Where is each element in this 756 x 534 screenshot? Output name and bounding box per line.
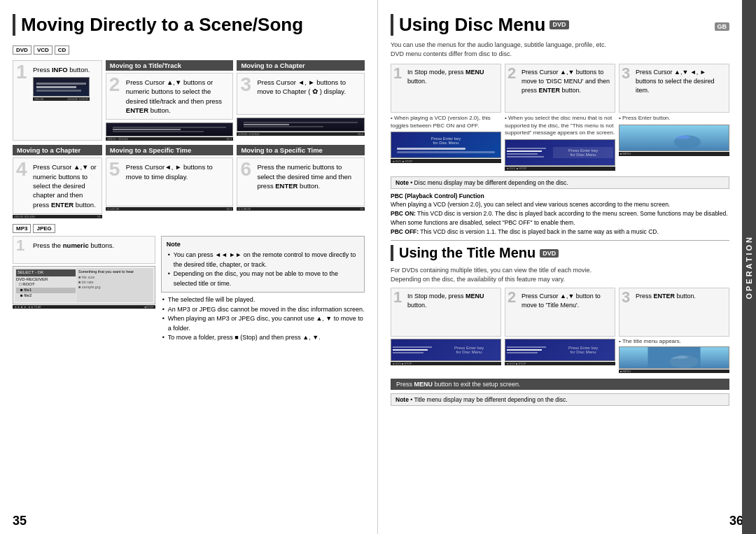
- title-step2-screen: Press Enter keyfor Disc Menu: [505, 339, 615, 361]
- mp3-bullets: The selected file will be played. An MP3…: [161, 295, 365, 343]
- step1-num: 1: [16, 62, 27, 82]
- step3-screen: [237, 118, 365, 132]
- step3-content: Press Cursor ◄, ► buttons to move to Cha…: [257, 78, 360, 97]
- title-menu-section: Using the Title Menu DVD For DVDs contai…: [391, 240, 729, 406]
- left-page-title: Moving Directly to a Scene/Song: [13, 14, 365, 36]
- bullet-3: When playing an MP3 or JPEG disc, you ca…: [162, 314, 365, 333]
- note-item-1: You can press ◄◄ ►► on the remote contro…: [168, 251, 359, 269]
- tag-dvd: DVD: [13, 45, 31, 55]
- tag-cd: CD: [55, 45, 70, 55]
- title-note-box: Note • Title menu display may be differe…: [391, 393, 729, 406]
- specific-time-section: Moving to a Specific Time 5 Press Cursor…: [106, 145, 234, 218]
- disc-menu-intro: You can use the menus for the audio lang…: [391, 41, 729, 58]
- step3-num: 3: [240, 75, 251, 94]
- step3-box: 3 Press Cursor ◄, ► buttons to move to C…: [237, 73, 365, 115]
- disc-step2-note: • When you select the disc menu that is …: [505, 115, 615, 136]
- dvd-tags: DVD VCD CD: [13, 45, 365, 55]
- note-label-main: Note: [396, 179, 409, 186]
- step2-content: Press Cursor ▲,▼ buttons or numeric butt…: [126, 78, 229, 115]
- note-item-2: Depending on the disc, you may not be ab…: [168, 269, 359, 288]
- disc-step2-box: 2 Press Cursor ▲,▼ buttons to move to 'D…: [505, 64, 615, 113]
- operation-sidebar: OPERATION: [742, 0, 756, 534]
- mp3-step-content: Press the numeric buttons.: [33, 241, 150, 250]
- step2-box: 2 Press Cursor ▲,▼ buttons or numeric bu…: [106, 73, 234, 120]
- disc-step1-note: • When playing a VCD (version 2.0), this…: [391, 115, 501, 129]
- specific-time-section2: Moving to a Specific Time 6 Press the nu…: [237, 145, 365, 218]
- tag-vcd: VCD: [34, 45, 52, 55]
- moving-specific-time-header2: Moving to a Specific Time: [237, 145, 365, 155]
- mp3-tags: MP3 JPEG: [13, 224, 365, 233]
- title-step2: 2 Press Cursor ▲,▼ button to move to 'Ti…: [505, 288, 615, 373]
- step5-box: 5 Press Cursor◄, ► buttons to move to ti…: [106, 157, 234, 206]
- title-note-text: • Title menu display may be different de…: [410, 396, 567, 403]
- moving-chapter-header-bottom: Moving to a Chapter: [13, 145, 102, 155]
- note-label-bottom: Note: [396, 396, 409, 403]
- pbc-title: PBC (Playback Control) Function: [391, 192, 729, 201]
- title-step1-box: 1 In Stop mode, press MENU button.: [391, 288, 501, 337]
- pbc-section: PBC (Playback Control) Function When pla…: [391, 192, 729, 237]
- moving-title-header: Moving to a Title/Track: [106, 60, 234, 71]
- operation-label: OPERATION: [745, 235, 753, 300]
- disc-step3-num: 3: [622, 66, 630, 81]
- moving-chapter-header-top: Moving to a Chapter: [237, 60, 365, 71]
- step1-box: 1 Press INFO button. ⊙01:08 ⊙01/040 5:03…: [13, 60, 102, 141]
- title-menu-heading: Using the Title Menu DVD: [391, 245, 559, 261]
- mp3-step1: 1 Press the numeric buttons. SELECT - OK…: [13, 236, 155, 343]
- disc-step1-num: 1: [393, 66, 402, 81]
- mp3-note-and-bullets: Note You can press ◄◄ ►► on the remote c…: [161, 236, 365, 343]
- disc-step1-screen: Press Enter keyfor Disc Menu: [391, 132, 501, 158]
- page-number-left: 35: [13, 514, 27, 528]
- gb-badge: GB: [715, 22, 730, 31]
- press-menu-bar: Press MENU button to exit the setup scre…: [391, 379, 729, 390]
- note-box: Note You can press ◄◄ ►► on the remote c…: [161, 236, 365, 293]
- bullet-1: The selected file will be played.: [162, 295, 365, 305]
- mp3-jpeg-section: MP3 JPEG 1 Press the numeric buttons. SE…: [13, 224, 365, 343]
- note-list: You can press ◄◄ ►► on the remote contro…: [167, 251, 359, 288]
- moving-specific-time-header: Moving to a Specific Time: [106, 145, 234, 155]
- step5-content: Press Cursor◄, ► buttons to move to time…: [126, 162, 229, 181]
- step2-screen: [106, 122, 234, 136]
- disc-note-text: • Disc menu display may be different dep…: [410, 179, 568, 186]
- title-step2-num: 2: [507, 290, 516, 305]
- page-number-right: 36: [729, 514, 743, 528]
- step4-num: 4: [16, 160, 27, 179]
- tag-jpeg: JPEG: [33, 224, 55, 233]
- title-track-section: Moving to a Title/Track 2 Press Cursor ▲…: [106, 60, 234, 141]
- pbc-intro: When playing a VCD (version 2.0), you ca…: [391, 200, 729, 209]
- right-page: Using Disc Menu DVD GB You can use the m…: [378, 0, 756, 534]
- dvd-badge: DVD: [550, 20, 568, 29]
- step6-num: 6: [240, 160, 251, 179]
- mp3-step1-box: 1 Press the numeric buttons.: [13, 236, 155, 264]
- title-step3-num: 3: [622, 290, 630, 305]
- title-menu-badge: DVD: [540, 249, 559, 258]
- file-browser-screen: SELECT - OK DVD-RECEIVER □ ROOT ■ file1 …: [13, 266, 155, 304]
- pbc-on: PBC ON: This VCD disc is version 2.0. Th…: [391, 209, 729, 227]
- disc-menu-steps: 1 In Stop mode, press MENU button. • Whe…: [391, 64, 729, 170]
- pbc-off: PBC OFF: This VCD disc is version 1.1. T…: [391, 227, 729, 237]
- bullet-2: An MP3 or JPEG disc cannot be moved in t…: [162, 305, 365, 315]
- chapter-section-bottom: Moving to a Chapter 4 Press Cursor ▲,▼ o…: [13, 145, 102, 218]
- disc-step3-box: 3 Press Cursor ▲,▼ ◄, ► buttons to selec…: [619, 64, 729, 113]
- tag-mp3: MP3: [13, 224, 31, 233]
- step4-content: Press Cursor ▲,▼ or numeric buttons to s…: [33, 162, 97, 209]
- title-step1: 1 In Stop mode, press MENU button. Press…: [391, 288, 501, 373]
- title-step3: 3 Press ENTER button. • The title menu a…: [619, 288, 729, 373]
- disc-step1-text: In Stop mode, press MENU button.: [407, 68, 497, 85]
- title-menu-intro: For DVDs containing multiple titles, you…: [391, 266, 729, 283]
- disc-step2-text: Press Cursor ▲,▼ buttons to move to 'DIS…: [522, 68, 611, 94]
- disc-step1: 1 In Stop mode, press MENU button. • Whe…: [391, 64, 501, 170]
- title-step3-box: 3 Press ENTER button.: [619, 288, 729, 337]
- step6-content: Press the numeric buttons to select the …: [257, 162, 360, 190]
- disc-step2: 2 Press Cursor ▲,▼ buttons to move to 'D…: [505, 64, 615, 170]
- disc-step3: 3 Press Cursor ▲,▼ ◄, ► buttons to selec…: [619, 64, 729, 170]
- disc-step2-screen: Press Enter keyfor Disc Menu: [505, 139, 615, 166]
- title-step1-screen: Press Enter keyfor Disc Menu: [391, 339, 501, 361]
- title-step3-note: • The title menu appears.: [619, 338, 729, 344]
- disc-step2-num: 2: [507, 66, 516, 81]
- title-step3-text: Press ENTER button.: [636, 292, 725, 301]
- disc-step3-screen: [619, 125, 729, 151]
- title-menu-steps: 1 In Stop mode, press MENU button. Press…: [391, 288, 729, 373]
- disc-menu-title: Using Disc Menu DVD: [391, 14, 569, 36]
- disc-step3-text: Press Cursor ▲,▼ ◄, ► buttons to select …: [636, 68, 725, 94]
- title-step3-screen: [619, 346, 729, 369]
